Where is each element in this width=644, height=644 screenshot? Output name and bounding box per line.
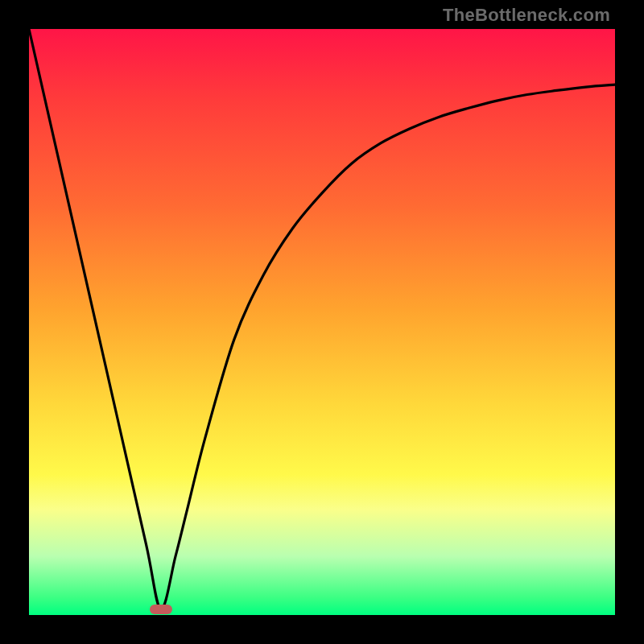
curve-svg [29, 29, 615, 615]
watermark-text: TheBottleneck.com [443, 5, 610, 26]
curve-path [29, 29, 615, 609]
chart-frame: TheBottleneck.com [0, 0, 644, 644]
optimal-point-marker [150, 605, 172, 614]
plot-area [29, 29, 615, 615]
